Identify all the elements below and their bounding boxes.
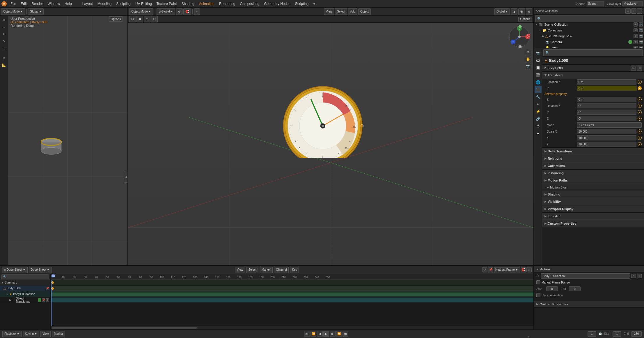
outliner-options[interactable]: ☰ [637, 8, 642, 14]
navigation-gizmo[interactable]: X Y Z [508, 25, 531, 48]
action-unlink-btn[interactable]: ✕ [631, 274, 636, 278]
ds-summary-row[interactable]: ▼ Summary [0, 280, 50, 286]
prop-world-icon[interactable]: 🌐 [535, 79, 542, 86]
action-section-header[interactable]: ▼ Action [534, 266, 644, 273]
prop-scene-icon[interactable]: 🎬 [535, 71, 542, 78]
add-menu[interactable]: Add [348, 8, 357, 15]
prop-particles-icon[interactable]: ✦ [535, 101, 542, 108]
scene-render-btn[interactable]: 📷 [639, 22, 643, 27]
step-fwd-btn[interactable]: ⏩ [336, 331, 342, 337]
gizmo-btn[interactable]: ⊕ [526, 8, 532, 15]
outliner-filter[interactable]: ⌕ [625, 8, 631, 14]
transform-selector[interactable]: Global ▼ [28, 8, 44, 15]
jump-end-btn[interactable]: ⏭ [343, 331, 348, 337]
data-unlink[interactable]: ✕ [637, 66, 642, 71]
outliner-search[interactable]: 🔍 [535, 15, 643, 22]
workspace-compositing[interactable]: Compositing [237, 1, 262, 6]
ds-view-menu[interactable]: View [235, 267, 245, 273]
mode-selector[interactable]: Object Mode ▼ [1, 8, 25, 15]
workspace-animation[interactable]: Animation [197, 1, 217, 6]
action-new-btn[interactable]: + [637, 274, 642, 278]
global-selector[interactable]: Global▼ [494, 8, 510, 15]
properties-search[interactable]: 🔍 [543, 49, 643, 56]
outliner-light[interactable]: ▶ 💡 Light 👁 📷 [534, 45, 644, 48]
scale-z-animate-btn[interactable]: ● [638, 142, 642, 146]
light-render[interactable]: 📷 [639, 46, 643, 48]
object-menu[interactable]: Object [358, 8, 371, 15]
ds-sync-btn[interactable]: ⟳ [482, 267, 487, 272]
location-z-value[interactable]: 0 m [577, 97, 636, 102]
viewport-sidebar-toggle[interactable]: ◀ [124, 171, 127, 183]
prop-constraint-icon[interactable]: 🔗 [535, 115, 542, 122]
select-menu[interactable]: Select [335, 8, 347, 15]
main-mode-selector[interactable]: Object Mode▼ [129, 8, 153, 15]
snap-icon1[interactable]: ⬡ [129, 16, 136, 22]
cursor-tool[interactable]: ✥ [1, 17, 7, 23]
ds-channel-menu[interactable]: Channel [274, 267, 289, 273]
overlay-btn[interactable]: ◉ [518, 8, 525, 15]
camera-view-btn[interactable]: 📷 [525, 63, 531, 69]
ds-select-menu[interactable]: Select [246, 267, 258, 273]
menu-file[interactable]: File [8, 1, 18, 6]
pivot-point[interactable]: ⊙ [176, 8, 182, 15]
scene-eye-btn[interactable]: 👁 [634, 22, 638, 27]
col-render[interactable]: 📷 [639, 28, 643, 32]
rotation-x-value[interactable]: 0° [577, 103, 636, 108]
annotate-tool[interactable]: ✏ [1, 55, 7, 61]
workspace-scripting[interactable]: Scripting [293, 1, 311, 6]
transform-header[interactable]: ▶ Transform [542, 72, 644, 79]
menu-help[interactable]: Help [62, 1, 74, 6]
cam-render[interactable]: 📷 [639, 40, 643, 44]
relations-header[interactable]: ▶ Relations [542, 155, 644, 162]
prop-physics-icon[interactable]: ⚡ [535, 108, 542, 115]
rotation-mode-value[interactable]: XYZ Euler ▼ [577, 122, 642, 128]
ds-marker-menu[interactable]: Marker [260, 267, 273, 273]
delta-transform-header[interactable]: ▶ Delta Transform [542, 148, 644, 155]
prop-output-icon[interactable]: 🖼 [535, 57, 542, 64]
outliner-scene-collection[interactable]: ▼ 🎬 Scene Collection 👁 📷 [534, 22, 644, 27]
rotation-x-animate-btn[interactable]: ● [638, 104, 642, 108]
view-menu[interactable]: View [324, 8, 334, 15]
snap-icon3[interactable]: ⬡ [144, 16, 150, 22]
prop-object-icon[interactable]: ⬛ [535, 86, 542, 93]
location-x-animate-btn[interactable]: ● [638, 80, 642, 84]
workspace-texture-paint[interactable]: Texture Paint [154, 1, 179, 6]
move-tool[interactable]: ↔ [1, 24, 7, 30]
col-eye[interactable]: 👁 [634, 28, 638, 32]
prop-modifier-icon[interactable]: 🔧 [535, 93, 542, 100]
shading-mode[interactable]: ◑ [511, 8, 517, 15]
gauge-eye[interactable]: 👁 [634, 34, 638, 38]
timeline-scrollbar-thumb[interactable] [52, 327, 197, 329]
ds-key-menu[interactable]: Key [290, 267, 299, 273]
transform-tool[interactable]: ⊞ [1, 45, 7, 51]
location-y-value[interactable]: 0 m [577, 86, 636, 91]
snap-icon2[interactable]: ⬢ [136, 16, 143, 22]
next-keyframe-btn[interactable]: ▶ [330, 331, 336, 337]
jump-start-btn[interactable]: ⏮ [304, 331, 310, 337]
motion-paths-header[interactable]: ▶ Motion Paths [542, 177, 644, 184]
workspace-shading[interactable]: Shading [179, 1, 197, 6]
step-back-btn[interactable]: ⏪ [311, 331, 316, 337]
workspace-geometry-nodes[interactable]: Geometry Nodes [262, 1, 293, 6]
menu-edit[interactable]: Edit [18, 1, 29, 6]
instancing-header[interactable]: ▶ Instancing [542, 170, 644, 177]
pan-view-btn[interactable]: ✋ [525, 56, 531, 62]
ds-filter-btn[interactable]: ⌕ [526, 267, 532, 272]
proportional-edit[interactable]: ○ [194, 8, 200, 15]
end-frame-field[interactable]: 250 [631, 331, 642, 337]
current-frame-field[interactable]: 1 [588, 331, 596, 337]
ds-action-row[interactable]: ▼ ⚡ Body1.008Action [0, 291, 50, 297]
visibility-header[interactable]: ▶ Visibility [542, 198, 644, 205]
keying-selector[interactable]: Keying ▼ [23, 331, 39, 337]
location-z-animate-btn[interactable]: ● [638, 97, 642, 101]
scale-y-value[interactable]: 10.000 [577, 135, 636, 140]
outliner-gauge[interactable]: ▶ △ 2023Gauge.v14 👁 📷 [534, 33, 644, 39]
ds-snap-btn[interactable]: 🧲 [521, 267, 526, 272]
viewport-options-btn[interactable]: Options [109, 16, 123, 22]
gauge-render[interactable]: 📷 [639, 34, 643, 38]
prop-data-icon[interactable]: ◇ [535, 122, 542, 129]
light-eye[interactable]: 👁 [634, 46, 638, 48]
transforms-pin[interactable]: 📌 [42, 298, 45, 302]
bottom-view-menu[interactable]: View [40, 331, 51, 337]
nearest-frame-selector[interactable]: Nearest Frame ▼ [494, 267, 520, 272]
